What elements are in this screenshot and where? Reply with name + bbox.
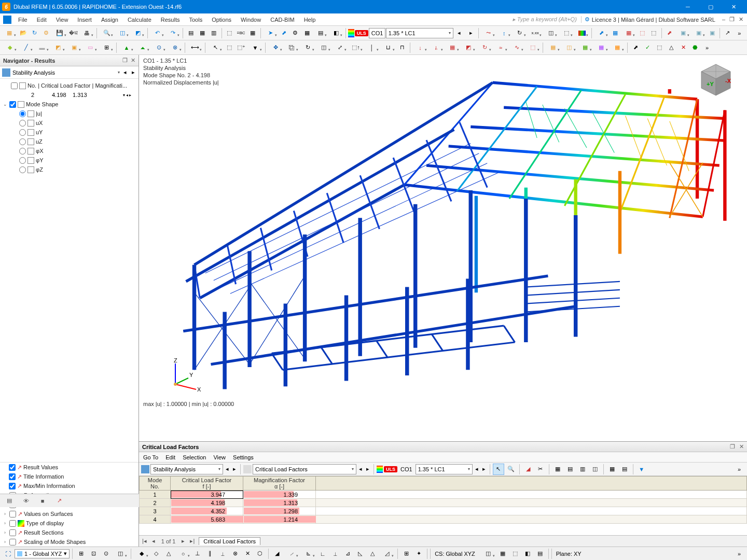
vis2-button[interactable]: ✓ [642,42,653,53]
menu-cadbim[interactable]: CAD-BIM [266,14,299,25]
results-toggle-button[interactable]: ▤▾ [313,27,328,39]
moments-button[interactable]: ↻▾ [512,27,527,39]
cs-combo[interactable]: 1 - Global XYZ▾ [15,549,70,558]
rotate-button[interactable]: ↻▾ [300,42,315,53]
tbl-filter-button[interactable]: ◢ [522,464,534,475]
tbl-next2[interactable]: ▸ [365,466,371,472]
opt-title-info[interactable]: ↗Title Information [0,472,139,481]
menu-help[interactable]: Help [299,14,321,25]
table-row[interactable]: 4 5.683 1.214 [140,515,747,524]
table-tab[interactable]: Critical Load Factors [199,537,260,545]
doc-close-button[interactable]: ✕ [737,16,745,23]
table2-button[interactable]: ▦ [197,27,208,39]
display4-button[interactable]: ⬚ [637,27,647,39]
col-mag[interactable]: Magnification Factorα [-] [243,477,316,491]
load-free-button[interactable]: ◩▾ [461,42,476,53]
mesh-button[interactable]: ▦ [301,27,312,39]
vis3-button[interactable]: ⬚ [654,42,665,53]
dt4-button[interactable]: ◧ [522,548,533,559]
tbl-more-button[interactable]: » [734,464,745,475]
opt-scaling[interactable]: ›↗Scaling of Mode Shapes [0,537,139,547]
more-button[interactable]: » [734,27,745,39]
display1-button[interactable]: ⬈▾ [594,27,609,39]
opt-maxmin-info[interactable]: ↗Max/Min Information [0,481,139,491]
page-last[interactable]: ▸| [189,538,196,544]
tbl-export-button[interactable]: ▼ [636,464,647,475]
calc-button[interactable]: ➤▾ [263,27,278,39]
panel-float-button[interactable]: ❐ [122,57,128,64]
tree-mode-u[interactable]: |u| [0,109,139,118]
tree-mode-phiz[interactable]: φZ [0,165,139,174]
track4-button[interactable]: ∟ [317,548,328,559]
extras-button[interactable]: ⊞▾ [99,42,114,53]
menu-assign[interactable]: Assign [96,14,123,25]
misc-button[interactable]: ⬚▾ [559,27,574,39]
load-temp-button[interactable]: ≈▾ [493,42,508,53]
opt-type-display[interactable]: ›Type of display [0,519,139,528]
tbl-next3[interactable]: ▸ [481,466,487,472]
osnap9-button[interactable]: ✕ [242,548,253,559]
calc-opts-button[interactable]: ⚙ [290,27,301,39]
loadcase-button[interactable]: ≡BC [236,27,246,39]
load-generated-button[interactable]: ⬚▾ [525,42,541,53]
table-row[interactable]: 2 4.198 1.313 [140,499,747,507]
deform-button[interactable]: ⤳▾ [481,27,496,39]
track3-button[interactable]: ⊾▾ [300,548,316,559]
vis5-button[interactable]: ⬣ [689,42,701,53]
gen5-button[interactable]: ▦▾ [610,42,625,53]
tables-float-button[interactable]: ❐ [730,443,735,450]
licence-label[interactable]: ⚙Licence 3 | Milan Gérard | Dlubal Softw… [581,16,718,23]
nav-prev-button[interactable]: ◂ [122,69,128,76]
menu-view[interactable]: View [51,14,73,25]
intersect-button[interactable]: ⊓ [396,42,408,53]
snap4-button[interactable]: ◫▾ [113,548,128,559]
tbl-prev2[interactable]: ◂ [357,466,364,472]
doc-minimize-button[interactable]: – [721,16,727,23]
tree-mode-phix[interactable]: φX [0,146,139,156]
view-cube[interactable]: +Y -X [694,61,738,100]
display2-button[interactable]: ▦ [610,27,620,39]
page-first[interactable]: |◂ [141,538,148,544]
tbl-t4-button[interactable]: ◫ [589,464,601,475]
minimize-button[interactable]: ─ [676,0,699,13]
model-manager-button[interactable]: ⚙ [41,27,52,39]
osnap2-button[interactable]: ◇ [150,548,162,559]
tbl-next1[interactable]: ▸ [231,466,238,472]
vis4-button[interactable]: △ [666,42,677,53]
open-button[interactable]: 📂 [18,27,29,39]
track5-button[interactable]: ⟂ [329,548,341,559]
node-button[interactable]: ◆▾ [2,42,18,53]
copy-button[interactable]: ⿻▾ [284,42,299,53]
load-imperfection-button[interactable]: ∿▾ [509,42,524,53]
opt-result-sections[interactable]: ›↗Result Sections [0,528,139,537]
osnap10-button[interactable]: ⬡ [254,548,266,559]
opening-button[interactable]: ▭▾ [82,42,98,53]
gen2-button[interactable]: ◫▾ [561,42,577,53]
more2-button[interactable]: » [701,42,713,53]
gen1-button[interactable]: ▦▾ [545,42,561,53]
track7-button[interactable]: ◺ [354,548,366,559]
print-button[interactable]: 🖶▾ [79,27,94,39]
tree-values-row[interactable]: 2 4.198 1.313 ▾ ◂ ▸ [0,90,139,100]
dt2-button[interactable]: ▦ [497,548,508,559]
tbl-prev3[interactable]: ◂ [474,466,480,472]
box2-button[interactable]: ▣▾ [691,27,706,39]
addon-button[interactable]: ▦ [247,27,258,39]
member-button[interactable]: ▬▾ [34,42,50,53]
tbl-t2-button[interactable]: ▤ [564,464,576,475]
tbl-prev1[interactable]: ◂ [224,466,230,472]
osnap7-button[interactable]: ⟂ [217,548,228,559]
ortho-button[interactable]: ⊞ [400,548,412,559]
menu-tools[interactable]: Tools [184,14,207,25]
co-combo[interactable]: CO1 [369,28,385,38]
extrude-button[interactable]: ⬚↑▾ [348,42,364,53]
close-button[interactable]: ✕ [722,0,745,13]
tables-edit[interactable]: Edit [165,454,175,460]
track2-button[interactable]: ⟋▾ [284,548,299,559]
save-button[interactable]: 💾▾ [52,27,67,39]
maximize-button[interactable]: ▢ [699,0,722,13]
track8-button[interactable]: △ [367,548,378,559]
tbl-clip-button[interactable]: ✂ [535,464,546,475]
gen4-button[interactable]: ▦▾ [593,42,609,53]
load-surface-button[interactable]: ▦▾ [445,42,460,53]
